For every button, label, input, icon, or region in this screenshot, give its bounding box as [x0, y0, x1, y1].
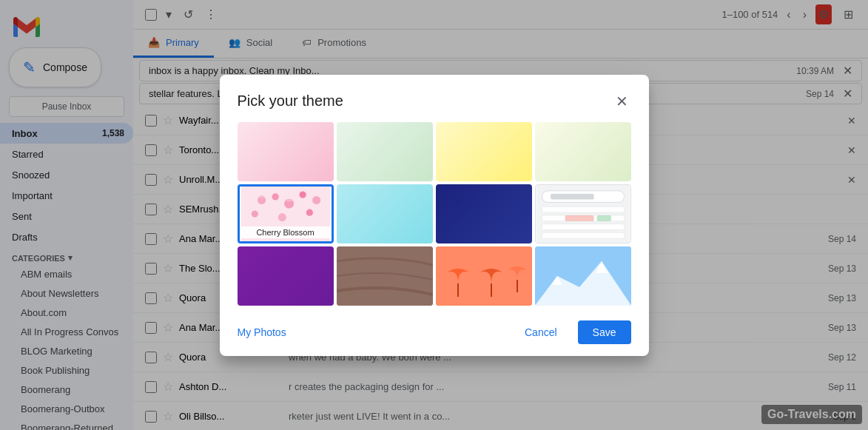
- modal-title: Pick your theme: [238, 93, 343, 110]
- theme-swatch-umbrellas[interactable]: [436, 246, 532, 306]
- svg-point-2: [272, 193, 278, 200]
- cancel-button[interactable]: Cancel: [513, 320, 569, 344]
- svg-rect-15: [542, 206, 624, 212]
- svg-rect-18: [542, 232, 624, 238]
- my-photos-link[interactable]: My Photos: [238, 326, 286, 338]
- theme-swatch-teal[interactable]: [337, 184, 433, 243]
- theme-swatch-google-classic[interactable]: [535, 184, 631, 243]
- theme-swatch-mountains[interactable]: [535, 246, 631, 306]
- modal-footer: My Photos Cancel Save: [220, 315, 649, 356]
- svg-rect-20: [596, 215, 611, 221]
- svg-rect-19: [565, 215, 593, 221]
- cherry-blossom-label: Cherry Blossom: [240, 226, 332, 238]
- svg-rect-17: [542, 224, 624, 229]
- svg-point-11: [272, 205, 277, 208]
- modal-header: Pick your theme ✕: [220, 75, 649, 122]
- svg-point-7: [277, 213, 286, 221]
- svg-point-10: [286, 198, 292, 201]
- svg-point-4: [299, 191, 306, 198]
- svg-rect-14: [551, 193, 594, 199]
- svg-rect-22: [436, 246, 532, 306]
- theme-picker-overlay[interactable]: Pick your theme ✕: [0, 0, 868, 430]
- theme-swatch-purple[interactable]: [238, 246, 334, 306]
- svg-point-9: [258, 195, 263, 198]
- svg-point-8: [306, 209, 312, 215]
- theme-swatch-dark-blue[interactable]: [436, 184, 532, 243]
- theme-swatch-light-yellow[interactable]: [436, 122, 532, 181]
- theme-swatch-light-pink[interactable]: [238, 122, 334, 181]
- modal-actions: Cancel Save: [513, 320, 631, 344]
- theme-swatch-light-lime[interactable]: [535, 122, 631, 181]
- svg-point-5: [312, 195, 320, 204]
- svg-point-6: [251, 210, 258, 217]
- save-button[interactable]: Save: [578, 320, 631, 344]
- modal-close-button[interactable]: ✕: [613, 90, 631, 113]
- theme-swatch-light-green[interactable]: [337, 122, 433, 181]
- theme-grid: Cherry Blossom: [220, 122, 649, 315]
- theme-swatch-wood[interactable]: [337, 246, 433, 306]
- theme-picker-modal: Pick your theme ✕: [220, 75, 649, 356]
- theme-swatch-cherry-blossom[interactable]: Cherry Blossom: [238, 184, 334, 243]
- svg-rect-21: [337, 246, 433, 306]
